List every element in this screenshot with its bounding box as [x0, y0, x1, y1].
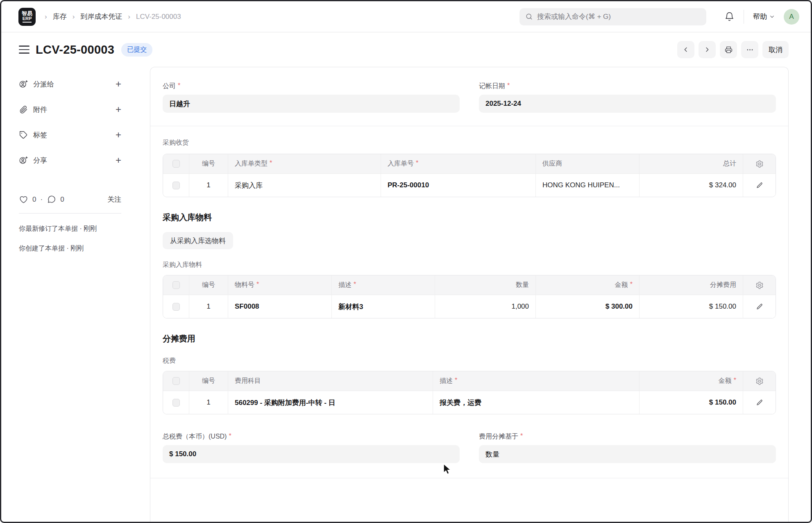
required-asterisk: *	[229, 432, 231, 441]
table-header-row: 编号 费用科目 描述* 金额*	[163, 371, 776, 391]
item-code-cell[interactable]: SF0008	[228, 295, 331, 318]
col-header-applicable-charges: 分摊费用	[639, 275, 743, 295]
app-logo[interactable]: 智易 ERP	[18, 8, 36, 26]
section-divider	[150, 478, 788, 478]
dot-separator: ·	[40, 196, 43, 204]
comment-bubble-icon[interactable]	[47, 195, 56, 204]
select-all-checkbox[interactable]	[172, 281, 180, 289]
applicable-charges-cell[interactable]: $ 150.00	[639, 295, 743, 318]
assign-user-plus-icon	[19, 80, 28, 89]
table-settings-gear-icon[interactable]	[755, 281, 764, 289]
table-row[interactable]: 1 采购入库 PR-25-00010 HONG KONG HUIPEN... $…	[163, 173, 776, 197]
distribute-based-on-select[interactable]: 数量	[479, 445, 776, 463]
breadcrumb: › 库存 › 到岸成本凭证 › LCV-25-00003	[45, 12, 181, 21]
col-header-amount: 金额	[615, 281, 628, 289]
table-row[interactable]: 1 SF0008 新材料3 1,000 $ 300.00 $ 150.00	[163, 295, 776, 318]
next-document-button[interactable]	[699, 41, 716, 58]
attachments-label: 附件	[33, 105, 47, 114]
qty-cell[interactable]: 1,000	[435, 295, 535, 318]
activity-log: 你最新修订了本单据 · 刚刚 你创建了本单据 · 刚刚	[19, 224, 121, 253]
sidebar-toggle-icon[interactable]	[19, 45, 29, 54]
description-cell[interactable]: 新材料3	[331, 295, 435, 318]
row-number: 1	[189, 391, 228, 414]
edit-row-pencil-icon[interactable]	[756, 182, 763, 189]
more-actions-button[interactable]	[741, 41, 758, 58]
taxes-table-label: 税费	[163, 357, 776, 365]
print-button[interactable]	[720, 41, 737, 58]
posting-date-label: 记帐日期	[479, 82, 505, 91]
navbar-divider	[744, 10, 744, 24]
col-header-amount: 金额	[719, 377, 732, 385]
table-settings-gear-icon[interactable]	[755, 160, 764, 168]
row-checkbox[interactable]	[172, 182, 180, 189]
company-field: 公司* 日越升	[163, 82, 460, 113]
expense-account-cell[interactable]: 560299 - 采购附加费用-中转 - 日	[228, 391, 433, 414]
prev-document-button[interactable]	[677, 41, 694, 58]
col-header-no: 编号	[189, 154, 228, 173]
company-input[interactable]: 日越升	[163, 95, 460, 113]
breadcrumb-doctype[interactable]: 到岸成本凭证	[80, 12, 122, 21]
row-number: 1	[189, 174, 228, 197]
printer-icon	[725, 46, 733, 54]
required-asterisk: *	[178, 82, 180, 91]
row-checkbox[interactable]	[172, 303, 180, 311]
breadcrumb-current-doc[interactable]: LCV-25-00003	[136, 13, 181, 21]
chevron-right-icon: ›	[128, 13, 130, 21]
sidebar-item-assigned-to: 分派给 +	[19, 79, 121, 89]
heart-like-icon[interactable]	[19, 195, 28, 204]
global-search-input[interactable]: 搜索或输入命令(⌘ + G)	[519, 8, 706, 25]
posting-date-input[interactable]: 2025-12-24	[479, 95, 776, 113]
assigned-to-label: 分派给	[33, 80, 54, 89]
items-table-label: 采购入库物料	[163, 261, 776, 269]
user-avatar[interactable]: A	[784, 9, 799, 25]
add-assignment-button[interactable]: +	[116, 79, 121, 89]
pick-items-button[interactable]: 从采购入库选物料	[163, 232, 233, 249]
search-icon	[525, 13, 533, 20]
required-asterisk: *	[270, 159, 272, 168]
breadcrumb-inventory[interactable]: 库存	[53, 12, 67, 21]
add-attachment-button[interactable]: +	[116, 105, 121, 114]
document-sidebar: 分派给 + 附件 + 标签 + 分享 + 0 · 0 关注 你最新修订了本	[1, 67, 150, 253]
total-cell[interactable]: $ 324.00	[639, 174, 743, 197]
help-menu[interactable]: 帮助	[753, 12, 775, 21]
supplier-cell[interactable]: HONG KONG HUIPEN...	[535, 174, 639, 197]
select-all-checkbox[interactable]	[172, 377, 180, 385]
total-taxes-input[interactable]: $ 150.00	[163, 445, 460, 463]
table-row[interactable]: 1 560299 - 采购附加费用-中转 - 日 报关费，运费 $ 150.00	[163, 391, 776, 414]
col-header-receipt-type: 入库单类型	[235, 159, 268, 168]
select-all-checkbox[interactable]	[172, 160, 180, 168]
receipt-type-cell[interactable]: 采购入库	[228, 174, 381, 197]
chevron-right-icon: ›	[73, 13, 75, 21]
edit-row-pencil-icon[interactable]	[756, 399, 763, 406]
logo-text-bottom: ERP	[23, 16, 32, 23]
section-divider	[150, 126, 788, 126]
cancel-button[interactable]: 取消	[762, 41, 789, 58]
amount-cell[interactable]: $ 300.00	[535, 295, 639, 318]
page-header: LCV-25-00003 已提交 取消	[1, 32, 811, 67]
sidebar-item-share: 分享 +	[19, 155, 121, 165]
col-header-item-code: 物料号	[235, 281, 254, 289]
follow-button[interactable]: 关注	[107, 195, 121, 204]
status-badge: 已提交	[121, 43, 152, 57]
amount-cell[interactable]: $ 150.00	[639, 391, 743, 414]
edit-row-pencil-icon[interactable]	[756, 303, 763, 310]
table-settings-gear-icon[interactable]	[755, 377, 764, 385]
add-tag-button[interactable]: +	[116, 130, 121, 140]
share-user-plus-icon	[19, 156, 28, 165]
col-header-supplier: 供应商	[535, 154, 639, 173]
row-checkbox[interactable]	[172, 399, 180, 407]
posting-date-field: 记帐日期* 2025-12-24	[479, 82, 776, 113]
landed-cost-voucher-page: { "ui": { "required_marker": "*", "dot":…	[0, 0, 812, 523]
required-asterisk: *	[520, 432, 523, 441]
notifications-bell-icon[interactable]	[724, 11, 735, 22]
page-title: LCV-25-00003	[36, 43, 114, 57]
description-cell[interactable]: 报关费，运费	[433, 391, 639, 414]
share-label: 分享	[33, 156, 47, 165]
likes-count: 0	[32, 196, 36, 204]
top-navbar: 智易 ERP › 库存 › 到岸成本凭证 › LCV-25-00003 搜索或输…	[1, 1, 811, 32]
total-taxes-label: 总税费（本币）(USD)	[163, 432, 227, 441]
receipt-no-cell[interactable]: PR-25-00010	[381, 174, 535, 197]
add-share-button[interactable]: +	[116, 155, 121, 165]
social-row: 0 · 0 关注	[19, 195, 121, 204]
paperclip-icon	[19, 105, 28, 114]
